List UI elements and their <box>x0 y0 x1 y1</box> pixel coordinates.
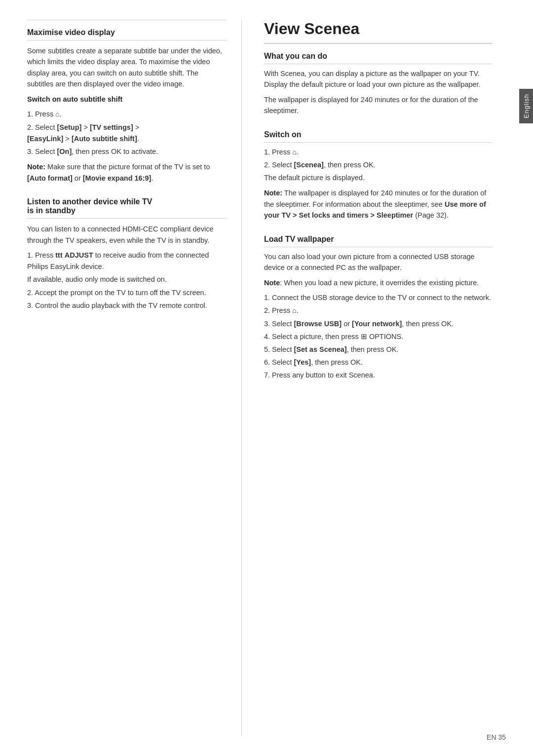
listen-step-audio: If available, audio only mode is switche… <box>27 274 227 285</box>
maximise-video-title: Maximise video display <box>27 28 227 40</box>
home-icon-1 <box>55 110 59 118</box>
what-you-can-do-body2: The wallpaper is displayed for 240 minut… <box>264 94 492 116</box>
note-label-1: Note: <box>27 163 45 171</box>
load-step-7: 7. Press any button to exit Scenea. <box>264 370 492 381</box>
switch-on-title: Switch on <box>264 130 492 143</box>
switch-on-note: Note: The wallpaper is displayed for 240… <box>264 188 492 221</box>
load-wallpaper-note: Note: When you load a new picture, it ov… <box>264 277 492 288</box>
listen-step-2: 2. Accept the prompt on the TV to turn o… <box>27 287 227 299</box>
view-scenea-title: View Scenea <box>264 20 492 44</box>
load-step-6: 6. Select [Yes], then press OK. <box>264 357 492 368</box>
listen-step-3: 3. Control the audio playback with the T… <box>27 300 227 311</box>
what-you-can-do-title: What you can do <box>264 52 492 64</box>
listen-device-title: Listen to another device while TVis in s… <box>27 197 227 219</box>
page-container: English Maximise video display Some subt… <box>0 0 533 756</box>
switch-on-steps: 1. Press . 2. Select [Scenea], then pres… <box>264 147 492 184</box>
switch-on-step-2: 2. Select [Scenea], then press OK. <box>264 159 492 171</box>
listen-device-body: You can listen to a connected HDMI-CEC c… <box>27 224 227 246</box>
adjust-icon: ttt <box>55 251 63 259</box>
home-icon-2 <box>292 148 296 156</box>
section-what-you-can-do: What you can do With Scenea, you can dis… <box>264 52 492 116</box>
what-you-can-do-body: With Scenea, you can display a picture a… <box>264 68 492 90</box>
switch-on-subtitle-label: Switch on auto subtitle shift <box>27 94 227 105</box>
note-label-2: Note: <box>264 189 282 197</box>
load-step-2: 2. Press . <box>264 305 492 316</box>
load-wallpaper-title: Load TV wallpaper <box>264 235 492 247</box>
side-tab: English <box>519 89 533 123</box>
side-tab-label: English <box>523 94 530 118</box>
step-2: 2. Select [Setup] > [TV settings] > [Eas… <box>27 122 227 145</box>
load-step-5: 5. Select [Set as Scenea], then press OK… <box>264 344 492 355</box>
listen-steps: 1. Press ttt ADJUST to receive audio fro… <box>27 250 227 311</box>
step-3: 3. Select [On], then press OK to activat… <box>27 146 227 157</box>
page-number: EN 35 <box>487 733 506 741</box>
main-content: Maximise video display Some subtitles cr… <box>0 0 519 756</box>
left-column: Maximise video display Some subtitles cr… <box>0 20 242 736</box>
maximise-video-body: Some subtitles create a separate subtitl… <box>27 45 227 90</box>
switch-on-step-1: 1. Press . <box>264 147 492 158</box>
load-wallpaper-steps: 1. Connect the USB storage device to the… <box>264 292 492 381</box>
note-label-3: Note <box>264 279 280 287</box>
home-icon-3 <box>292 306 296 314</box>
step-1: 1. Press . <box>27 109 227 120</box>
listen-step-1: 1. Press ttt ADJUST to receive audio fro… <box>27 250 227 272</box>
load-step-4: 4. Select a picture, then press ⊞ OPTION… <box>264 331 492 342</box>
section-switch-on: Switch on 1. Press . 2. Select [Scenea],… <box>264 130 492 221</box>
load-step-3: 3. Select [Browse USB] or [Your network]… <box>264 318 492 330</box>
right-column: View Scenea What you can do With Scenea,… <box>242 20 519 736</box>
maximise-note: Note: Make sure that the picture format … <box>27 161 227 184</box>
subtitle-shift-steps: 1. Press . 2. Select [Setup] > [TV setti… <box>27 109 227 157</box>
section-listen-device: Listen to another device while TVis in s… <box>27 197 227 311</box>
switch-on-step-default: The default picture is displayed. <box>264 172 492 184</box>
section-maximise-video: Maximise video display Some subtitles cr… <box>27 20 227 184</box>
load-step-1: 1. Connect the USB storage device to the… <box>264 292 492 303</box>
load-wallpaper-body: You can also load your own picture from … <box>264 251 492 273</box>
section-load-wallpaper: Load TV wallpaper You can also load your… <box>264 235 492 381</box>
